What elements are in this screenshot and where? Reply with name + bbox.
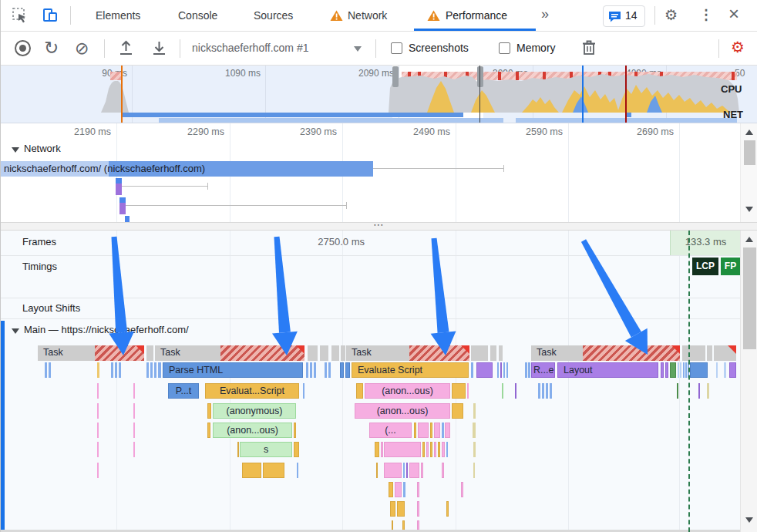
flame-bar-purple[interactable] [515, 383, 516, 399]
capture-settings-gear-icon[interactable]: ⚙ [731, 38, 745, 56]
network-section-label[interactable]: Network [24, 143, 61, 154]
flame-bar-pk[interactable] [97, 463, 99, 478]
flame-bar-task[interactable] [341, 345, 345, 361]
flame-bar-b[interactable] [297, 463, 298, 478]
flame-bar-lb[interactable] [678, 362, 679, 378]
more-tabs-icon[interactable]: » [541, 6, 549, 22]
flame-bar-b[interactable] [506, 362, 508, 378]
flame-bar-script[interactable] [356, 383, 363, 399]
flame-bar-pink[interactable] [442, 442, 445, 457]
tab-sources[interactable]: Sources [254, 9, 293, 22]
flame-bar--anonymous-[interactable]: (anonymous) [213, 403, 296, 419]
flame-bar-b[interactable] [146, 362, 149, 378]
flame-bar-script[interactable] [452, 403, 463, 419]
flame-bar-green[interactable] [502, 383, 503, 399]
flame-bar-pink[interactable] [381, 442, 383, 457]
flame-bar-task[interactable] [331, 345, 339, 361]
flame-bar--anon-ous-[interactable]: (anon...ous) [355, 403, 450, 419]
flame-bar-s[interactable]: s [240, 442, 292, 457]
tab-network[interactable]: Network [348, 9, 387, 22]
download-profile-icon[interactable] [151, 39, 167, 56]
flame-bar-script[interactable] [438, 442, 440, 457]
screenshots-checkbox[interactable] [391, 42, 402, 54]
flame-bar-pk[interactable] [97, 403, 99, 419]
flame-bar-parse-html[interactable]: Parse HTML [163, 362, 303, 378]
flame-bar-b[interactable] [538, 383, 540, 399]
flame-bar-b[interactable] [328, 362, 331, 378]
scroll-down-icon[interactable] [745, 207, 753, 212]
flame-bar-p-t[interactable]: P...t [168, 383, 199, 399]
flame-bar-script[interactable] [390, 501, 395, 517]
flame-bar-b[interactable] [403, 463, 405, 478]
flame-bar-lb[interactable] [716, 362, 718, 378]
flame-bar-script[interactable] [452, 383, 466, 399]
flame-chart-canvas[interactable]: TaskTaskTaskTaskParse HTMLEvaluate Scrip… [1, 231, 757, 532]
flame-bar-script[interactable] [430, 442, 432, 457]
flame-bar-parse[interactable] [345, 362, 350, 378]
flame-bar-pink[interactable] [417, 482, 419, 497]
flame-bar-b[interactable] [158, 362, 161, 378]
flame-bar-script[interactable] [263, 463, 284, 478]
flame-bar-b[interactable] [525, 362, 527, 378]
flame-bar-task[interactable]: Task [38, 345, 144, 361]
network-disclosure-icon[interactable] [12, 147, 19, 153]
flame-bar-pink[interactable] [395, 482, 402, 497]
flame-bar-purple[interactable] [500, 362, 502, 378]
flame-bar-pk[interactable] [133, 403, 135, 419]
flame-bar-tan[interactable] [707, 383, 709, 399]
scroll-up-icon[interactable] [745, 237, 753, 242]
flame-bar-r-e[interactable]: R...e [531, 362, 555, 378]
flame-bar-b[interactable] [49, 362, 51, 378]
flame-bar-b[interactable] [111, 362, 113, 378]
window-handle-right[interactable] [477, 66, 483, 87]
trash-icon[interactable] [581, 39, 597, 56]
menu-dots-icon[interactable]: ⋮ [699, 6, 713, 23]
flame-bar-pk[interactable] [133, 383, 135, 399]
flame-bar-task[interactable] [308, 345, 318, 361]
flame-bar-b[interactable] [442, 423, 444, 438]
screenshots-label[interactable]: Screenshots [409, 42, 469, 54]
flame-bar-task[interactable] [499, 345, 503, 361]
flame-bar-script[interactable] [242, 463, 261, 478]
flame-bar-b[interactable] [314, 362, 316, 378]
flame-bar-purple[interactable] [476, 362, 493, 378]
flame-bar-b[interactable] [550, 383, 552, 399]
flame-bar-tan[interactable] [473, 403, 476, 419]
flame-bar-b[interactable] [685, 362, 687, 378]
flame-bar-pink[interactable] [421, 463, 423, 478]
flame-bar-paint[interactable] [670, 362, 676, 378]
flame-bar-tan[interactable] [473, 423, 476, 438]
flame-bar-task[interactable]: Task [346, 345, 469, 361]
flame-bar-lb[interactable] [680, 362, 681, 378]
flame-bar-purple[interactable] [698, 383, 700, 399]
clear-button[interactable]: ⊘ [75, 39, 89, 59]
flame-bar-task[interactable]: Task [155, 345, 304, 361]
flame-bar-evaluate-script[interactable]: Evaluate Script [352, 362, 469, 378]
flame-bar-layout[interactable]: Layout [557, 362, 658, 378]
flame-bar-task[interactable] [471, 345, 488, 361]
scroll-up-icon[interactable] [745, 130, 753, 135]
network-request-bar[interactable] [116, 178, 122, 195]
tab-performance[interactable]: Performance [446, 9, 507, 22]
flame-bar-script[interactable] [414, 423, 416, 438]
flame-bar-parse[interactable] [690, 362, 708, 378]
flame-bar-script[interactable] [446, 501, 449, 517]
flame-bar-pink[interactable] [384, 463, 402, 478]
flame-bar-pk[interactable] [133, 442, 135, 457]
flame-bar-b[interactable] [546, 383, 548, 399]
flame-bar-script[interactable] [375, 442, 379, 457]
flame-bar-pk[interactable] [97, 442, 99, 457]
flame-bar-b[interactable] [45, 362, 47, 378]
flame-bar-pink[interactable] [417, 501, 419, 517]
flame-bar-b[interactable] [403, 482, 405, 497]
flame-bar-paint[interactable] [677, 383, 678, 399]
flame-bar-b[interactable] [115, 362, 117, 378]
flame-bar-b[interactable] [310, 362, 312, 378]
flame-bar-script[interactable] [389, 482, 393, 497]
flame-bar-purple[interactable] [665, 362, 668, 378]
tab-elements[interactable]: Elements [96, 9, 140, 22]
flame-bar-parse[interactable] [340, 362, 344, 378]
flame-bar-b[interactable] [119, 362, 121, 378]
flame-bar-pink[interactable] [434, 442, 436, 457]
flame-bar-pink[interactable] [461, 482, 463, 497]
